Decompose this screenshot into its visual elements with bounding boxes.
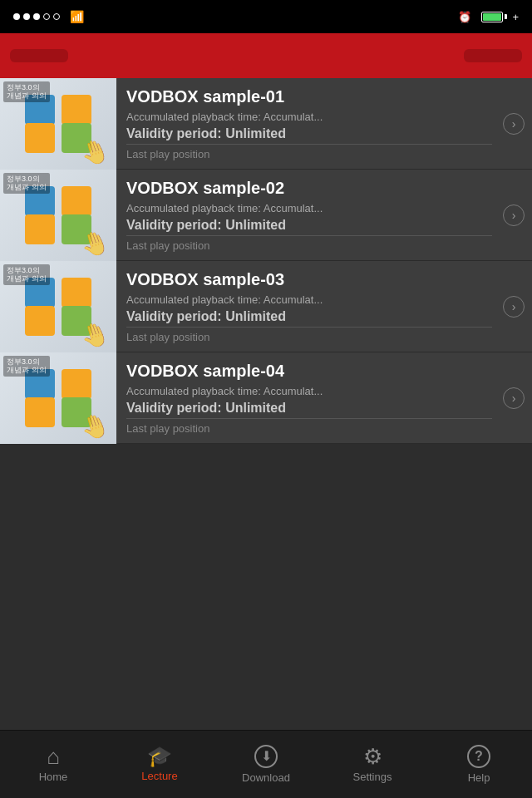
dot-3 — [33, 13, 40, 20]
item-info: VODBOX sample-01 Accumulated playback ti… — [116, 79, 502, 169]
status-bar: 📶 ⏰ + — [0, 0, 532, 33]
item-info: VODBOX sample-04 Accumulated playback ti… — [116, 353, 502, 443]
back-button[interactable] — [10, 49, 68, 62]
thumb-label: 정부3.0의개념과 의의 — [3, 173, 50, 195]
puzzle-piece-orange-top — [62, 278, 91, 308]
battery-body — [481, 12, 503, 22]
item-last-play: Last play position — [126, 327, 492, 343]
item-last-play: Last play position — [126, 235, 492, 252]
item-validity: Validity period: Unlimited — [126, 401, 492, 416]
item-subtitle: Accumulated playback time: Accumulat... — [126, 202, 492, 214]
chevron-right-icon: › — [503, 204, 525, 226]
alarm-icon: ⏰ — [458, 11, 471, 23]
item-last-play: Last play position — [126, 144, 492, 160]
home-icon: ⌂ — [47, 746, 60, 767]
thumb-label: 정부3.0의개념과 의의 — [3, 81, 50, 103]
item-subtitle: Accumulated playback time: Accumulat... — [126, 111, 492, 123]
tab-label-download: Download — [242, 771, 290, 784]
battery-tip — [505, 14, 507, 19]
list-item[interactable]: 정부3.0의개념과 의의 🤚 VODBOX sample-03 Accumula… — [0, 261, 532, 352]
thumb-inner: 정부3.0의개념과 의의 🤚 — [0, 352, 116, 444]
puzzle-piece-orange-bottom — [25, 123, 55, 153]
chevron-right-icon: › — [503, 387, 525, 409]
chevron-right-icon: › — [503, 296, 525, 318]
list-item[interactable]: 정부3.0의개념과 의의 🤚 VODBOX sample-04 Accumula… — [0, 352, 532, 444]
edit-button[interactable] — [464, 49, 522, 62]
lecture-icon: 🎓 — [147, 746, 172, 766]
chevron-right-icon: › — [503, 113, 525, 135]
tab-label-help: Help — [468, 771, 490, 784]
wifi-icon: 📶 — [70, 10, 84, 23]
dot-2 — [23, 13, 30, 20]
tab-settings[interactable]: ⚙ Settings — [319, 731, 426, 798]
status-right: ⏰ + — [458, 11, 519, 23]
item-validity: Validity period: Unlimited — [126, 218, 492, 233]
list-item[interactable]: 정부3.0의개념과 의의 🤚 VODBOX sample-01 Accumula… — [0, 78, 532, 170]
help-icon: ? — [467, 745, 490, 768]
thumb-inner: 정부3.0의개념과 의의 🤚 — [0, 170, 116, 261]
puzzle-piece-orange-bottom — [25, 214, 55, 244]
item-subtitle: Accumulated playback time: Accumulat... — [126, 293, 492, 306]
thumbnail-4: 정부3.0의개념과 의의 🤚 — [0, 352, 116, 444]
chevron-wrap: › — [502, 113, 532, 135]
list-item[interactable]: 정부3.0의개념과 의의 🤚 VODBOX sample-02 Accumula… — [0, 170, 532, 261]
thumb-label: 정부3.0의개념과 의의 — [3, 356, 50, 377]
item-validity: Validity period: Unlimited — [126, 126, 492, 141]
chevron-wrap: › — [502, 296, 532, 318]
thumbnail-3: 정부3.0의개념과 의의 🤚 — [0, 261, 116, 352]
item-title: VODBOX sample-04 — [126, 362, 492, 381]
tab-bar: ⌂ Home 🎓 Lecture ⬇ Download ⚙ Settings ?… — [0, 730, 532, 798]
item-last-play: Last play position — [126, 418, 492, 435]
dot-4 — [43, 13, 50, 20]
chevron-wrap: › — [502, 387, 532, 409]
item-subtitle: Accumulated playback time: Accumulat... — [126, 385, 492, 397]
tab-lecture[interactable]: 🎓 Lecture — [106, 731, 213, 798]
tab-home[interactable]: ⌂ Home — [0, 731, 106, 798]
charging-icon: + — [512, 11, 519, 23]
empty-space — [0, 444, 532, 730]
thumb-inner: 정부3.0의개념과 의의 🤚 — [0, 78, 116, 170]
tab-help[interactable]: ? Help — [426, 731, 532, 798]
signal-dots — [13, 13, 60, 20]
puzzle-piece-orange-top — [62, 369, 91, 399]
thumb-label: 정부3.0의개념과 의의 — [3, 264, 50, 286]
item-title: VODBOX sample-01 — [126, 87, 492, 106]
content-area: 정부3.0의개념과 의의 🤚 VODBOX sample-01 Accumula… — [0, 78, 532, 730]
battery-fill — [483, 13, 501, 21]
thumbnail-1: 정부3.0의개념과 의의 🤚 — [0, 78, 116, 170]
download-list: 정부3.0의개념과 의의 🤚 VODBOX sample-01 Accumula… — [0, 78, 532, 444]
tab-label-settings: Settings — [353, 771, 392, 783]
dot-1 — [13, 13, 20, 20]
puzzle-piece-orange-bottom — [25, 306, 55, 336]
item-title: VODBOX sample-02 — [126, 179, 492, 198]
dot-5 — [53, 13, 60, 20]
battery-indicator — [481, 12, 507, 22]
item-title: VODBOX sample-03 — [126, 270, 492, 289]
thumbnail-2: 정부3.0의개념과 의의 🤚 — [0, 170, 116, 261]
puzzle-piece-orange-top — [62, 186, 91, 216]
nav-bar — [0, 33, 532, 78]
status-left: 📶 — [13, 10, 84, 23]
tab-label-home: Home — [39, 771, 68, 783]
puzzle-piece-orange-bottom — [25, 397, 55, 427]
item-info: VODBOX sample-03 Accumulated playback ti… — [116, 262, 502, 352]
item-validity: Validity period: Unlimited — [126, 309, 492, 324]
tab-label-lecture: Lecture — [141, 770, 177, 782]
puzzle-piece-orange-top — [62, 95, 91, 125]
chevron-wrap: › — [502, 204, 532, 226]
item-info: VODBOX sample-02 Accumulated playback ti… — [116, 170, 502, 260]
tab-download[interactable]: ⬇ Download — [213, 731, 319, 798]
settings-icon: ⚙ — [363, 746, 382, 767]
thumb-inner: 정부3.0의개념과 의의 🤚 — [0, 261, 116, 352]
download-icon: ⬇ — [254, 745, 278, 768]
